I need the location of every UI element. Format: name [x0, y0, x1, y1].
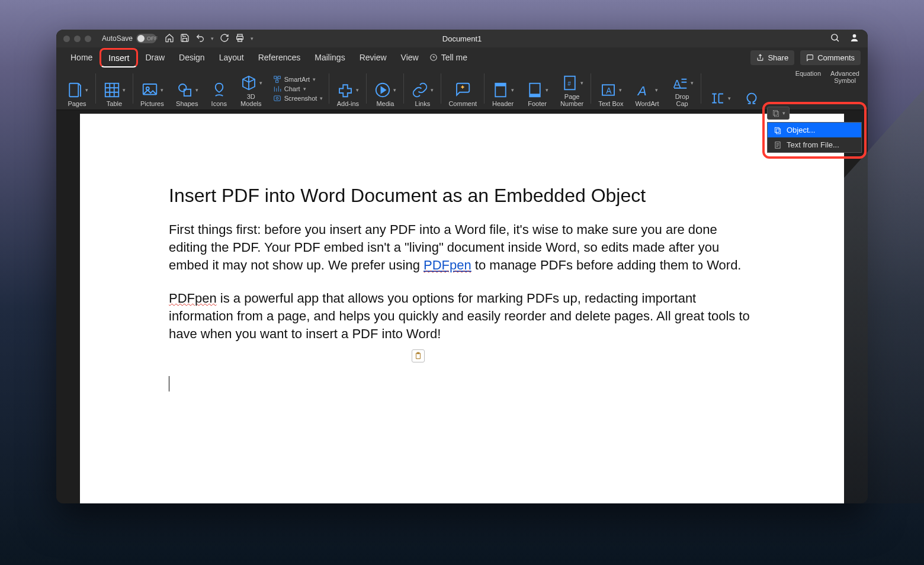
pictures-label: Pictures — [140, 100, 164, 107]
home-icon[interactable] — [165, 33, 174, 44]
search-icon[interactable] — [830, 33, 840, 44]
object-menu: Object... Text from File... — [767, 122, 862, 153]
autosave-toggle[interactable]: AutoSave OFF — [102, 34, 156, 43]
footer-button[interactable]: ▾ Footer — [520, 70, 554, 107]
undo-dropdown-icon[interactable]: ▾ — [211, 36, 214, 41]
tab-draw[interactable]: Draw — [138, 49, 172, 66]
chevron-down-icon: ▾ — [782, 110, 785, 116]
traffic-close[interactable] — [63, 36, 70, 42]
svg-rect-15 — [274, 95, 281, 100]
ribbon-insert: ▾ Pages ▾ Table ▾ Pictures ▾ Shapes Icon… — [56, 68, 868, 110]
equation-button[interactable]: ▾ — [702, 70, 737, 107]
svg-point-10 — [179, 84, 187, 92]
tab-mailings[interactable]: Mailings — [307, 49, 352, 66]
text-box-label: Text Box — [598, 100, 623, 107]
quick-access-toolbar: ▾ ▾ — [165, 33, 254, 44]
titlebar: AutoSave OFF ▾ ▾ Document1 — [56, 30, 868, 47]
repeat-icon[interactable] — [220, 33, 229, 44]
shapes-label: Shapes — [176, 100, 198, 107]
traffic-zoom[interactable] — [85, 36, 91, 42]
comments-button[interactable]: Comments — [800, 50, 861, 65]
document-page[interactable]: Insert PDF into Word Document as an Embe… — [80, 114, 844, 503]
menu-item-object[interactable]: Object... — [768, 123, 861, 137]
document-title: Document1 — [442, 34, 482, 43]
undo-icon[interactable] — [195, 33, 205, 44]
tab-insert[interactable]: Insert — [100, 48, 138, 68]
save-icon[interactable] — [180, 33, 190, 44]
document-canvas[interactable]: Insert PDF into Word Document as an Embe… — [56, 110, 868, 503]
svg-rect-34 — [417, 352, 419, 354]
text-box-button[interactable]: A▾ Text Box — [592, 70, 629, 107]
paste-options-button[interactable] — [412, 349, 425, 362]
shapes-button[interactable]: ▾ Shapes — [170, 70, 204, 107]
menu-item-text-from-file[interactable]: Text from File... — [768, 137, 861, 152]
addins-button[interactable]: ▾ Add-ins — [331, 70, 365, 107]
autosave-label: AutoSave — [102, 34, 133, 43]
pages-button[interactable]: ▾ Pages — [60, 70, 94, 107]
qat-customize-icon[interactable]: ▾ — [251, 36, 254, 41]
tab-references[interactable]: References — [251, 49, 308, 66]
tab-layout[interactable]: Layout — [212, 49, 251, 66]
tab-design[interactable]: Design — [172, 49, 212, 66]
wordart-button[interactable]: A▾ WordArt — [629, 70, 665, 107]
table-label: Table — [107, 100, 122, 107]
autosave-switch[interactable]: OFF — [136, 34, 156, 43]
object-split-button[interactable]: ▾ — [767, 107, 790, 120]
doc-paragraph-2: PDFpen is a powerful app that allows you… — [169, 290, 755, 343]
3d-models-button[interactable]: ▾ 3D Models — [234, 70, 268, 107]
media-button[interactable]: ▾ Media — [368, 70, 402, 107]
chart-button[interactable]: Chart▾ — [273, 85, 323, 93]
svg-rect-21 — [530, 94, 540, 97]
footer-label: Footer — [528, 100, 547, 107]
tab-review[interactable]: Review — [352, 49, 394, 66]
drop-cap-label: Drop Cap — [675, 93, 689, 107]
page-number-label: Page Number — [560, 93, 583, 107]
header-label: Header — [492, 100, 514, 107]
traffic-minimize[interactable] — [74, 36, 81, 42]
links-button[interactable]: ▾ Links — [405, 70, 439, 107]
equation-symbol-labels: Equation Advanced Symbol — [795, 70, 859, 84]
object-dropdown-highlight: ▾ Object... Text from File... — [762, 102, 867, 159]
header-button[interactable]: ▾ Header — [486, 70, 520, 107]
pages-label: Pages — [68, 100, 86, 107]
svg-rect-14 — [275, 80, 278, 82]
tell-me-label: Tell me — [441, 53, 467, 62]
symbol-button[interactable] — [737, 70, 766, 107]
media-label: Media — [376, 100, 394, 107]
pictures-button[interactable]: ▾ Pictures — [134, 70, 170, 107]
screenshot-button[interactable]: Screenshot▾ — [273, 94, 323, 102]
comments-label: Comments — [817, 53, 855, 62]
window-controls[interactable] — [56, 36, 98, 42]
svg-rect-7 — [105, 84, 119, 97]
icons-label: Icons — [211, 100, 227, 107]
pdfpen-link[interactable]: PDFpen — [424, 258, 471, 272]
drop-cap-button[interactable]: A▾ Drop Cap — [665, 70, 700, 107]
illustrations-stack: SmartArt▾ Chart▾ Screenshot▾ — [268, 70, 328, 107]
tab-home[interactable]: Home — [63, 49, 100, 66]
share-label: Share — [768, 53, 788, 62]
3d-models-label: 3D Models — [240, 93, 261, 107]
comment-label: Comment — [448, 100, 477, 107]
svg-rect-30 — [775, 127, 779, 132]
tab-view[interactable]: View — [394, 49, 426, 66]
doc-heading: Insert PDF into Word Document as an Embe… — [169, 185, 755, 207]
svg-text:#: # — [567, 81, 571, 87]
svg-rect-29 — [774, 112, 778, 117]
svg-rect-28 — [773, 110, 777, 115]
share-button[interactable]: Share — [750, 50, 794, 65]
svg-rect-31 — [777, 129, 781, 133]
page-number-button[interactable]: #▾ Page Number — [554, 70, 589, 107]
table-button[interactable]: ▾ Table — [97, 70, 131, 107]
svg-point-4 — [853, 34, 856, 38]
smartart-button[interactable]: SmartArt▾ — [273, 75, 323, 84]
account-icon[interactable] — [849, 33, 859, 44]
ribbon-tabs: Home Insert Draw Design Layout Reference… — [56, 47, 868, 68]
svg-rect-19 — [495, 84, 506, 86]
print-icon[interactable] — [235, 33, 245, 44]
text-cursor — [169, 376, 169, 391]
svg-rect-12 — [274, 76, 277, 78]
tell-me[interactable]: Tell me — [429, 53, 467, 62]
icons-button[interactable]: Icons — [204, 70, 234, 107]
comment-button[interactable]: Comment — [442, 70, 483, 107]
svg-rect-13 — [278, 76, 280, 78]
